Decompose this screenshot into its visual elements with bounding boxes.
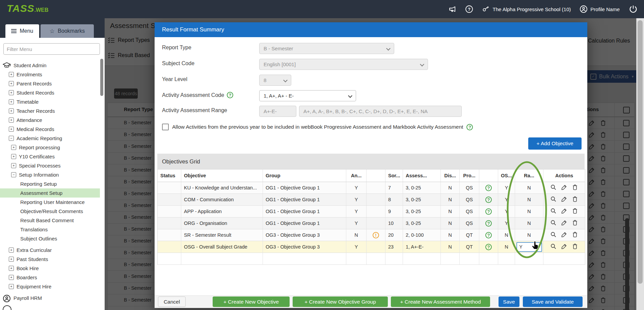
tass-web-logo[interactable]: TASS.WEB (7, 3, 49, 14)
pencil-icon[interactable] (561, 208, 567, 215)
magnifier-icon[interactable] (550, 219, 557, 227)
sidebar-item-equipment-hire[interactable]: +Equipment Hire (0, 282, 100, 291)
profile-menu[interactable]: Profile Name (580, 5, 620, 13)
app-window: TASS.WEB ? The Alpha Progressive School … (0, 0, 644, 310)
help-icon[interactable]: ? (227, 92, 233, 98)
save-button[interactable]: Save (499, 296, 519, 307)
sidebar-item-enrolments[interactable]: +Enrolments (0, 70, 100, 79)
magnifier-icon[interactable] (550, 231, 557, 239)
sidebar-item-y10-certificates[interactable]: +Y10 Certificates (0, 152, 100, 161)
save-and-validate-button[interactable]: Save and Validate (523, 296, 583, 307)
expand-icon[interactable]: + (9, 81, 14, 86)
expand-icon[interactable]: + (9, 248, 14, 253)
sidebar-item-assessment-setup[interactable]: Assessment Setup (0, 188, 100, 198)
expand-icon[interactable]: + (11, 163, 16, 168)
pencil-icon[interactable] (561, 243, 567, 251)
trash-icon[interactable] (572, 208, 578, 215)
trash-icon[interactable] (572, 231, 578, 239)
add-objective-button[interactable]: + Add Objective (528, 137, 582, 150)
allow-previous-year-checkbox[interactable] (162, 124, 169, 130)
trash-icon[interactable] (572, 196, 578, 203)
tab-menu[interactable]: Menu (5, 24, 39, 38)
activity-range-from-input[interactable]: A+-E- (259, 106, 296, 117)
create-new-objective-group-button[interactable]: + Create New Objective Group (293, 296, 388, 307)
magnifier-icon[interactable] (550, 208, 557, 215)
expand-icon[interactable]: + (11, 145, 16, 150)
sidebar-item-book-hire[interactable]: +Book Hire (0, 264, 100, 273)
sidebar-item-label: Special Processes (19, 161, 60, 170)
cell-dis: N (441, 194, 460, 205)
sidebar-item-teacher-records[interactable]: +Teacher Records (0, 106, 100, 115)
help-icon[interactable]: ? (465, 5, 473, 13)
filter-menu-input[interactable] (3, 43, 100, 55)
sidebar-item-medical-records[interactable]: +Medical Records (0, 125, 100, 134)
sidebar-item-student-admin[interactable]: Student Admin (0, 61, 100, 70)
pencil-icon[interactable] (561, 184, 567, 191)
expand-icon[interactable]: + (9, 266, 14, 271)
expand-icon[interactable]: + (9, 108, 14, 113)
logout-power-icon[interactable] (628, 4, 638, 14)
cell-sort: 8 (385, 194, 403, 205)
ra-dropdown[interactable]: Y▼ (516, 242, 542, 252)
cell-ra: N (515, 194, 543, 205)
cancel-button[interactable]: Cancel (158, 296, 186, 307)
sidebar-item-report-processing[interactable]: +Report processing (0, 143, 100, 152)
expand-icon[interactable]: + (9, 90, 14, 95)
sidebar-item-academic-reporting[interactable]: −Academic Reporting (0, 134, 100, 143)
expand-icon[interactable]: + (9, 284, 14, 289)
trash-icon[interactable] (572, 219, 578, 227)
subject-code-select[interactable]: English [0001] (259, 59, 428, 70)
help-icon[interactable]: ? (485, 232, 492, 238)
help-icon[interactable]: ? (485, 244, 492, 250)
sidebar-item-reporting-setup[interactable]: Reporting Setup (0, 179, 100, 188)
help-icon[interactable]: ? (485, 185, 492, 191)
sidebar-item-objective-result-comments[interactable]: Objective/Result Comments (0, 207, 100, 216)
sidebar-item-payroll-hrm[interactable]: Payroll HRM (0, 293, 100, 303)
help-icon[interactable]: ? (485, 197, 492, 203)
sidebar-item-boarders[interactable]: +Boarders (0, 273, 100, 282)
sidebar-item-result-based-comment[interactable]: Result Based Comment (0, 216, 100, 225)
sidebar-item-student-records[interactable]: +Student Records (0, 88, 100, 97)
magnifier-icon[interactable] (550, 243, 557, 251)
expand-icon[interactable]: + (11, 154, 16, 159)
activity-assessment-code-select[interactable]: 1, A+, A+ - E- (259, 90, 356, 101)
pencil-icon[interactable] (561, 231, 567, 239)
expand-icon[interactable]: + (9, 99, 14, 104)
year-level-select[interactable]: 8 (259, 75, 291, 86)
announcements-icon[interactable] (448, 5, 456, 13)
tab-bookmarks[interactable]: ☆ Bookmarks (41, 24, 94, 38)
sidebar-item-parent-records[interactable]: +Parent Records (0, 79, 100, 88)
trash-icon[interactable] (572, 243, 578, 251)
sidebar-item-setup-information[interactable]: −Setup Information (0, 170, 100, 179)
magnifier-icon[interactable] (550, 196, 557, 203)
collapse-icon[interactable]: − (11, 172, 16, 177)
sidebar-item-extra-curricular[interactable]: +Extra Curricular (0, 246, 100, 255)
pencil-icon[interactable] (561, 219, 567, 227)
sidebar-item-special-processes[interactable]: +Special Processes (0, 161, 100, 170)
page-scrollbar-thumb[interactable] (638, 20, 643, 284)
expand-icon[interactable]: + (9, 257, 14, 262)
help-icon[interactable]: ? (466, 124, 473, 130)
sidebar-scrollbar-thumb[interactable] (100, 59, 103, 96)
sidebar-item-subject-outlines[interactable]: Subject Outlines (0, 234, 100, 243)
create-new-objective-button[interactable]: + Create New Objective (213, 296, 290, 307)
school-selector[interactable]: The Alpha Progressive School (10) (482, 5, 571, 13)
expand-icon[interactable]: + (9, 72, 14, 77)
sidebar-item-attendance[interactable]: +Attendance (0, 115, 100, 125)
expand-icon[interactable]: + (9, 118, 14, 123)
expand-icon[interactable]: + (9, 127, 14, 132)
magnifier-icon[interactable] (550, 184, 557, 191)
sidebar-item-translations[interactable]: Translations (0, 225, 100, 234)
report-type-select[interactable]: B - Semester (259, 43, 394, 54)
help-icon[interactable]: ? (485, 220, 492, 227)
sidebar-item-past-students[interactable]: +Past Students (0, 255, 100, 264)
collapse-icon[interactable]: − (9, 136, 14, 141)
expand-icon[interactable]: + (9, 275, 14, 280)
trash-icon[interactable] (572, 184, 578, 191)
activity-range-values-input[interactable]: A+, A, A-, B+, B, B-, C+, C, C-, D+, D, … (299, 106, 462, 117)
sidebar-item-timetable[interactable]: +Timetable (0, 97, 100, 106)
help-icon[interactable]: ? (485, 208, 492, 215)
sidebar-item-reporting-user-maintenance[interactable]: Reporting User Maintenance (0, 198, 100, 207)
create-new-assessment-method-button[interactable]: + Create New Assessment Method (391, 296, 490, 307)
pencil-icon[interactable] (561, 196, 567, 203)
